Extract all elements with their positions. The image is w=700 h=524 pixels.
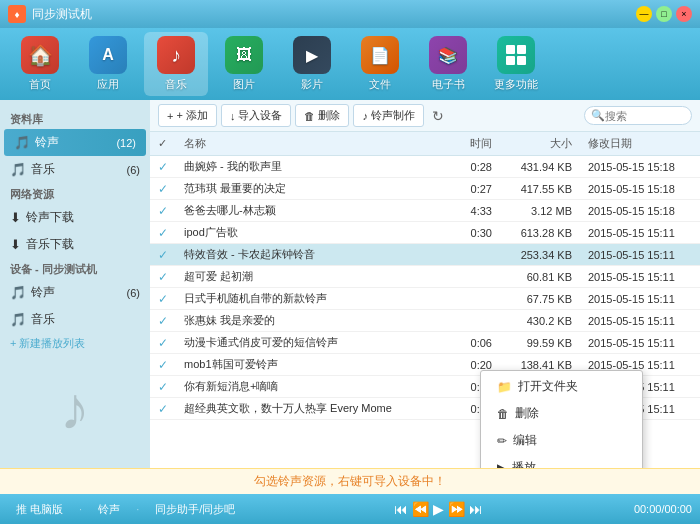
next-button[interactable]: ⏭ (469, 501, 483, 517)
nav-home[interactable]: 🏠 首页 (8, 32, 72, 96)
music-decoration: ♪ (0, 374, 150, 443)
row-name: 你有新短消息+嘀嘀 (176, 376, 460, 398)
context-play[interactable]: ▶ 播放 (481, 454, 642, 468)
import-button[interactable]: ↓ 导入设备 (221, 104, 292, 127)
row-time: 0:30 (460, 222, 500, 244)
row-size: 431.94 KB (500, 156, 580, 178)
toolbar: + + 添加 ↓ 导入设备 🗑 删除 ♪ 铃声制作 ↻ 🔍 (150, 100, 700, 132)
row-check[interactable]: ✓ (150, 310, 176, 332)
prev-button[interactable]: ⏮ (394, 501, 408, 517)
search-input[interactable] (605, 110, 685, 122)
ringtone-make-label: 铃声制作 (371, 108, 415, 123)
sidebar-item-dev-music[interactable]: 🎵 音乐 (0, 306, 150, 333)
table-row[interactable]: ✓ 爸爸去哪儿-林志颖 4:33 3.12 MB 2015-05-15 15:1… (150, 200, 700, 222)
delete-button[interactable]: 🗑 删除 (295, 104, 349, 127)
sidebar: 资料库 🎵 铃声 (12) 🎵 音乐 (6) 网络资源 ⬇ 铃声下载 ⬇ 音乐下… (0, 100, 150, 468)
row-check[interactable]: ✓ (150, 288, 176, 310)
sidebar-item-ringtone[interactable]: 🎵 铃声 (12) (4, 129, 146, 156)
row-check[interactable]: ✓ (150, 244, 176, 266)
sidebar-item-ringtone-dl[interactable]: ⬇ 铃声下载 (0, 204, 150, 231)
row-time: 0:06 (460, 332, 500, 354)
navbar: 🏠 首页 A 应用 ♪ 音乐 🖼 图片 ▶ 影片 📄 文件 📚 电子书 更多 (0, 28, 700, 100)
player-controls: ⏮ ⏪ ▶ ⏩ ⏭ (394, 501, 483, 517)
add-label: + 添加 (176, 108, 207, 123)
table-row[interactable]: ✓ 曲婉婷 - 我的歌声里 0:28 431.94 KB 2015-05-15 … (150, 156, 700, 178)
row-check[interactable]: ✓ (150, 156, 176, 178)
sidebar-section-network: 网络资源 (0, 183, 150, 204)
sidebar-section-device: 设备 - 同步测试机 (0, 258, 150, 279)
refresh-button[interactable]: ↻ (428, 106, 448, 126)
tip-bar: 勾选铃声资源，右键可导入设备中！ (0, 468, 700, 494)
row-time: 4:33 (460, 200, 500, 222)
tab-ringtone[interactable]: 铃声 (90, 500, 128, 519)
forward-button[interactable]: ⏩ (448, 501, 465, 517)
nav-file-label: 文件 (369, 77, 391, 92)
nav-music[interactable]: ♪ 音乐 (144, 32, 208, 96)
row-check[interactable]: ✓ (150, 222, 176, 244)
window-controls: — □ × (636, 6, 692, 22)
row-date: 2015-05-15 15:11 (580, 332, 700, 354)
table-row[interactable]: ✓ ipod广告歌 0:30 613.28 KB 2015-05-15 15:1… (150, 222, 700, 244)
context-edit[interactable]: ✏ 编辑 (481, 427, 642, 454)
delete-label: 删除 (318, 108, 340, 123)
row-date: 2015-05-15 15:11 (580, 222, 700, 244)
table-row[interactable]: ✓ 特效音效 - 卡农起床钟铃音 253.34 KB 2015-05-15 15… (150, 244, 700, 266)
sidebar-dev-music-label: 音乐 (31, 311, 55, 328)
row-time (460, 288, 500, 310)
nav-file[interactable]: 📄 文件 (348, 32, 412, 96)
maximize-button[interactable]: □ (656, 6, 672, 22)
time-header: 时间 (460, 132, 500, 156)
context-open-folder[interactable]: 📁 打开文件夹 (481, 373, 642, 400)
tab-desktop[interactable]: 推 电脑版 (8, 500, 71, 519)
nav-ebook[interactable]: 📚 电子书 (416, 32, 480, 96)
row-check[interactable]: ✓ (150, 354, 176, 376)
nav-video[interactable]: ▶ 影片 (280, 32, 344, 96)
sidebar-music-label: 音乐 (31, 161, 55, 178)
row-check[interactable]: ✓ (150, 200, 176, 222)
row-check[interactable]: ✓ (150, 332, 176, 354)
row-name: ipod广告歌 (176, 222, 460, 244)
ringtone-make-button[interactable]: ♪ 铃声制作 (353, 104, 424, 127)
play-button[interactable]: ▶ (433, 501, 444, 517)
nav-photo[interactable]: 🖼 图片 (212, 32, 276, 96)
row-check[interactable]: ✓ (150, 376, 176, 398)
table-row[interactable]: ✓ 范玮琪 最重要的决定 0:27 417.55 KB 2015-05-15 1… (150, 178, 700, 200)
table-row[interactable]: ✓ 张惠妹 我是亲爱的 430.2 KB 2015-05-15 15:11 (150, 310, 700, 332)
row-size: 99.59 KB (500, 332, 580, 354)
context-play-icon: ▶ (497, 461, 506, 469)
row-date: 2015-05-15 15:18 (580, 156, 700, 178)
context-delete[interactable]: 🗑 删除 (481, 400, 642, 427)
nav-app[interactable]: A 应用 (76, 32, 140, 96)
add-button[interactable]: + + 添加 (158, 104, 217, 127)
search-icon: 🔍 (591, 109, 605, 122)
tab-sync[interactable]: 同步助手/同步吧 (147, 500, 243, 519)
row-time: 0:27 (460, 178, 500, 200)
music-count: (6) (127, 164, 140, 176)
row-check[interactable]: ✓ (150, 398, 176, 420)
table-row[interactable]: ✓ 日式手机随机自带的新款铃声 67.75 KB 2015-05-15 15:1… (150, 288, 700, 310)
add-playlist-button[interactable]: + 新建播放列表 (0, 333, 150, 354)
minimize-button[interactable]: — (636, 6, 652, 22)
nav-more[interactable]: 更多功能 (484, 32, 548, 96)
context-menu: 📁 打开文件夹 🗑 删除 ✏ 编辑 ▶ 播放 ⮞ 导入 (480, 370, 643, 468)
row-date: 2015-05-15 15:18 (580, 200, 700, 222)
table-row[interactable]: ✓ 超可爱 起初潮 60.81 KB 2015-05-15 15:11 (150, 266, 700, 288)
row-check[interactable]: ✓ (150, 178, 176, 200)
context-play-label: 播放 (512, 459, 536, 468)
row-name: 超经典英文歌，数十万人热享 Every Mome (176, 398, 460, 420)
row-name: 超可爱 起初潮 (176, 266, 460, 288)
row-check[interactable]: ✓ (150, 266, 176, 288)
sidebar-item-music-dl[interactable]: ⬇ 音乐下载 (0, 231, 150, 258)
close-button[interactable]: × (676, 6, 692, 22)
row-size: 60.81 KB (500, 266, 580, 288)
sidebar-item-music[interactable]: 🎵 音乐 (6) (0, 156, 150, 183)
ringtone-dl-icon: ⬇ (10, 210, 21, 225)
table-row[interactable]: ✓ 动漫卡通式俏皮可爱的短信铃声 0:06 99.59 KB 2015-05-1… (150, 332, 700, 354)
row-name: mob1韩国可爱铃声 (176, 354, 460, 376)
context-edit-label: 编辑 (513, 432, 537, 449)
row-date: 2015-05-15 15:18 (580, 178, 700, 200)
import-icon: ↓ (230, 110, 236, 122)
rewind-button[interactable]: ⏪ (412, 501, 429, 517)
sidebar-item-dev-ringtone[interactable]: 🎵 铃声 (6) (0, 279, 150, 306)
app-icon: ♦ (8, 5, 26, 23)
